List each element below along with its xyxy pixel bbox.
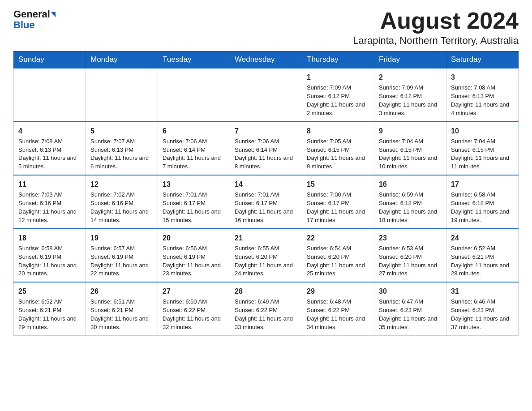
- calendar-subtitle: Larapinta, Northern Territory, Australia: [353, 35, 519, 47]
- day-info: Sunrise: 6:48 AMSunset: 6:22 PMDaylight:…: [307, 298, 365, 330]
- day-info: Sunrise: 6:49 AMSunset: 6:22 PMDaylight:…: [235, 298, 293, 330]
- calendar-day-9: 9Sunrise: 7:04 AMSunset: 6:15 PMDaylight…: [374, 122, 446, 176]
- day-info: Sunrise: 6:55 AMSunset: 6:20 PMDaylight:…: [235, 245, 293, 277]
- day-info: Sunrise: 6:52 AMSunset: 6:21 PMDaylight:…: [451, 245, 509, 277]
- day-info: Sunrise: 7:09 AMSunset: 6:12 PMDaylight:…: [379, 84, 437, 116]
- day-number: 6: [163, 126, 225, 136]
- day-info: Sunrise: 6:58 AMSunset: 6:18 PMDaylight:…: [451, 191, 509, 223]
- calendar-week-row: 1Sunrise: 7:09 AMSunset: 6:12 PMDaylight…: [14, 68, 519, 122]
- calendar-week-row: 11Sunrise: 7:03 AMSunset: 6:16 PMDayligh…: [14, 175, 519, 229]
- weekday-header-thursday: Thursday: [302, 51, 374, 68]
- calendar-day-7: 7Sunrise: 7:06 AMSunset: 6:14 PMDaylight…: [230, 122, 302, 176]
- calendar-day-15: 15Sunrise: 7:00 AMSunset: 6:17 PMDayligh…: [302, 175, 374, 229]
- day-number: 21: [235, 233, 297, 243]
- day-number: 3: [451, 72, 514, 82]
- day-info: Sunrise: 7:05 AMSunset: 6:15 PMDaylight:…: [307, 138, 365, 170]
- calendar-day-13: 13Sunrise: 7:01 AMSunset: 6:17 PMDayligh…: [158, 175, 230, 229]
- logo-triangle-icon: [51, 12, 56, 17]
- day-info: Sunrise: 6:59 AMSunset: 6:18 PMDaylight:…: [379, 191, 437, 223]
- calendar-day-23: 23Sunrise: 6:53 AMSunset: 6:20 PMDayligh…: [374, 229, 446, 283]
- calendar-day-18: 18Sunrise: 6:58 AMSunset: 6:19 PMDayligh…: [14, 229, 86, 283]
- calendar-day-8: 8Sunrise: 7:05 AMSunset: 6:15 PMDaylight…: [302, 122, 374, 176]
- calendar-week-row: 25Sunrise: 6:52 AMSunset: 6:21 PMDayligh…: [14, 282, 519, 335]
- calendar-table: SundayMondayTuesdayWednesdayThursdayFrid…: [13, 51, 519, 336]
- calendar-empty-cell: [230, 68, 302, 122]
- logo-general: General: [13, 9, 56, 20]
- day-info: Sunrise: 7:09 AMSunset: 6:12 PMDaylight:…: [307, 84, 365, 116]
- calendar-day-4: 4Sunrise: 7:08 AMSunset: 6:13 PMDaylight…: [14, 122, 86, 176]
- calendar-day-19: 19Sunrise: 6:57 AMSunset: 6:19 PMDayligh…: [86, 229, 158, 283]
- calendar-day-27: 27Sunrise: 6:50 AMSunset: 6:22 PMDayligh…: [158, 282, 230, 335]
- day-number: 8: [307, 126, 369, 136]
- calendar-empty-cell: [14, 68, 86, 122]
- day-number: 2: [379, 72, 442, 82]
- day-number: 5: [90, 126, 153, 136]
- calendar-day-20: 20Sunrise: 6:56 AMSunset: 6:19 PMDayligh…: [158, 229, 230, 283]
- day-info: Sunrise: 7:00 AMSunset: 6:17 PMDaylight:…: [307, 191, 365, 223]
- day-number: 7: [235, 126, 297, 136]
- title-block: August 2024 Larapinta, Northern Territor…: [353, 9, 519, 47]
- day-number: 20: [163, 233, 225, 243]
- day-info: Sunrise: 7:04 AMSunset: 6:15 PMDaylight:…: [451, 138, 509, 170]
- day-number: 10: [451, 126, 514, 136]
- weekday-header-sunday: Sunday: [14, 51, 86, 68]
- weekday-header-friday: Friday: [374, 51, 446, 68]
- day-number: 24: [451, 233, 514, 243]
- day-info: Sunrise: 7:02 AMSunset: 6:16 PMDaylight:…: [90, 191, 149, 223]
- calendar-day-12: 12Sunrise: 7:02 AMSunset: 6:16 PMDayligh…: [86, 175, 158, 229]
- day-number: 30: [379, 286, 442, 296]
- day-number: 29: [307, 286, 369, 296]
- calendar-empty-cell: [158, 68, 230, 122]
- day-info: Sunrise: 6:46 AMSunset: 6:23 PMDaylight:…: [451, 298, 509, 330]
- calendar-day-25: 25Sunrise: 6:52 AMSunset: 6:21 PMDayligh…: [14, 282, 86, 335]
- day-number: 1: [307, 72, 369, 82]
- day-info: Sunrise: 6:52 AMSunset: 6:21 PMDaylight:…: [18, 298, 77, 330]
- calendar-day-24: 24Sunrise: 6:52 AMSunset: 6:21 PMDayligh…: [446, 229, 519, 283]
- day-number: 17: [451, 179, 514, 189]
- calendar-day-6: 6Sunrise: 7:06 AMSunset: 6:14 PMDaylight…: [158, 122, 230, 176]
- day-info: Sunrise: 6:47 AMSunset: 6:23 PMDaylight:…: [379, 298, 437, 330]
- calendar-day-21: 21Sunrise: 6:55 AMSunset: 6:20 PMDayligh…: [230, 229, 302, 283]
- calendar-day-11: 11Sunrise: 7:03 AMSunset: 6:16 PMDayligh…: [14, 175, 86, 229]
- weekday-header-tuesday: Tuesday: [158, 51, 230, 68]
- calendar-day-1: 1Sunrise: 7:09 AMSunset: 6:12 PMDaylight…: [302, 68, 374, 122]
- calendar-day-5: 5Sunrise: 7:07 AMSunset: 6:13 PMDaylight…: [86, 122, 158, 176]
- day-info: Sunrise: 6:50 AMSunset: 6:22 PMDaylight:…: [163, 298, 221, 330]
- day-info: Sunrise: 6:56 AMSunset: 6:19 PMDaylight:…: [163, 245, 221, 277]
- day-number: 12: [90, 179, 153, 189]
- day-info: Sunrise: 7:01 AMSunset: 6:17 PMDaylight:…: [163, 191, 221, 223]
- day-info: Sunrise: 7:08 AMSunset: 6:13 PMDaylight:…: [451, 84, 509, 116]
- day-info: Sunrise: 6:57 AMSunset: 6:19 PMDaylight:…: [90, 245, 149, 277]
- calendar-day-10: 10Sunrise: 7:04 AMSunset: 6:15 PMDayligh…: [446, 122, 519, 176]
- day-number: 9: [379, 126, 442, 136]
- calendar-day-3: 3Sunrise: 7:08 AMSunset: 6:13 PMDaylight…: [446, 68, 519, 122]
- day-info: Sunrise: 6:51 AMSunset: 6:21 PMDaylight:…: [90, 298, 149, 330]
- day-number: 11: [18, 179, 81, 189]
- day-info: Sunrise: 6:54 AMSunset: 6:20 PMDaylight:…: [307, 245, 365, 277]
- day-info: Sunrise: 6:58 AMSunset: 6:19 PMDaylight:…: [18, 245, 77, 277]
- logo: General Blue: [13, 9, 56, 30]
- calendar-day-31: 31Sunrise: 6:46 AMSunset: 6:23 PMDayligh…: [446, 282, 519, 335]
- day-info: Sunrise: 7:01 AMSunset: 6:17 PMDaylight:…: [235, 191, 293, 223]
- day-info: Sunrise: 7:06 AMSunset: 6:14 PMDaylight:…: [163, 138, 221, 170]
- day-number: 16: [379, 179, 442, 189]
- calendar-empty-cell: [86, 68, 158, 122]
- day-info: Sunrise: 7:07 AMSunset: 6:13 PMDaylight:…: [90, 138, 149, 170]
- logo-blue: Blue: [13, 20, 56, 30]
- calendar-day-26: 26Sunrise: 6:51 AMSunset: 6:21 PMDayligh…: [86, 282, 158, 335]
- day-number: 28: [235, 286, 297, 296]
- page-header: General Blue August 2024 Larapinta, Nort…: [13, 9, 519, 47]
- day-number: 23: [379, 233, 442, 243]
- calendar-week-row: 18Sunrise: 6:58 AMSunset: 6:19 PMDayligh…: [14, 229, 519, 283]
- day-number: 15: [307, 179, 369, 189]
- day-info: Sunrise: 7:04 AMSunset: 6:15 PMDaylight:…: [379, 138, 437, 170]
- calendar-week-row: 4Sunrise: 7:08 AMSunset: 6:13 PMDaylight…: [14, 122, 519, 176]
- day-number: 27: [163, 286, 225, 296]
- calendar-day-14: 14Sunrise: 7:01 AMSunset: 6:17 PMDayligh…: [230, 175, 302, 229]
- weekday-header-monday: Monday: [86, 51, 158, 68]
- calendar-day-16: 16Sunrise: 6:59 AMSunset: 6:18 PMDayligh…: [374, 175, 446, 229]
- calendar-day-17: 17Sunrise: 6:58 AMSunset: 6:18 PMDayligh…: [446, 175, 519, 229]
- day-number: 25: [18, 286, 81, 296]
- day-number: 18: [18, 233, 81, 243]
- day-info: Sunrise: 7:08 AMSunset: 6:13 PMDaylight:…: [18, 138, 77, 170]
